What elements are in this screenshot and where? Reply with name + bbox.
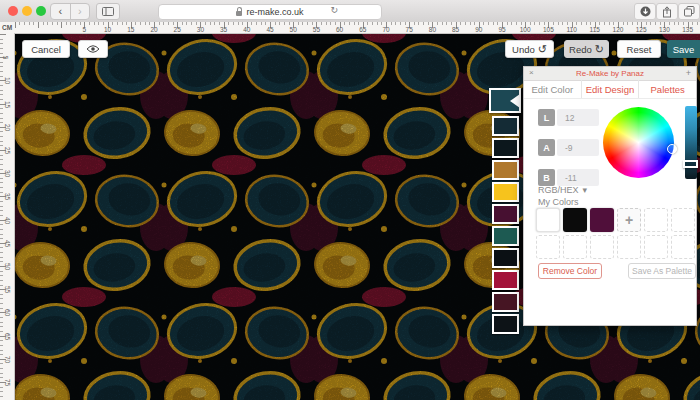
tab-edit-design[interactable]: Edit Design bbox=[582, 80, 640, 98]
ruler-tick bbox=[354, 22, 355, 25]
ruler-tick bbox=[307, 22, 308, 25]
ruler-tick bbox=[0, 71, 3, 72]
ruler-tick bbox=[261, 22, 262, 25]
panel-header[interactable]: × Re-Make by Panaz + bbox=[524, 67, 696, 81]
my-color-swatch[interactable] bbox=[563, 208, 587, 232]
ruler-tick bbox=[0, 396, 3, 397]
tab-overview-button[interactable] bbox=[678, 3, 700, 20]
empty-color-slot[interactable] bbox=[563, 235, 587, 259]
lab-a-chip: A bbox=[538, 139, 555, 156]
pattern-swatch[interactable] bbox=[492, 160, 519, 180]
ruler-tick bbox=[52, 22, 53, 25]
ruler-tick bbox=[0, 322, 3, 323]
ruler-tick bbox=[0, 294, 3, 295]
ruler-tick bbox=[586, 22, 587, 25]
traffic-light-minimize-icon[interactable] bbox=[22, 6, 32, 16]
pattern-swatch[interactable] bbox=[492, 116, 519, 136]
ruler-tick bbox=[94, 22, 95, 25]
reload-button[interactable]: ↻ bbox=[330, 6, 338, 15]
save-as-palette-button[interactable]: Save As Palette bbox=[628, 263, 696, 279]
ruler-tick bbox=[29, 22, 30, 25]
empty-color-slot[interactable] bbox=[536, 235, 560, 259]
ruler-tick bbox=[0, 34, 6, 35]
pattern-swatch[interactable] bbox=[492, 270, 519, 290]
remove-color-button[interactable]: Remove Color bbox=[538, 263, 602, 279]
ruler-label: 125 bbox=[636, 26, 647, 33]
padlock-icon bbox=[236, 11, 242, 16]
ruler-label: 110 bbox=[566, 26, 576, 33]
empty-color-slot[interactable] bbox=[671, 208, 695, 232]
traffic-light-close-icon[interactable] bbox=[8, 6, 18, 16]
lab-l-row: L 12 bbox=[538, 109, 599, 126]
my-color-swatch[interactable] bbox=[590, 208, 614, 232]
ruler-tick bbox=[372, 22, 373, 25]
ruler-tick bbox=[298, 22, 299, 25]
ruler-label: 25 bbox=[174, 26, 181, 33]
pattern-swatch[interactable] bbox=[492, 138, 519, 158]
empty-color-slot[interactable] bbox=[671, 235, 695, 259]
ruler-tick bbox=[627, 22, 628, 25]
empty-color-slot[interactable] bbox=[590, 235, 614, 259]
panel-close-icon[interactable]: × bbox=[529, 68, 534, 77]
tab-edit-color[interactable]: Edit Color bbox=[524, 80, 582, 98]
swatch-color bbox=[494, 140, 517, 156]
ruler-tick bbox=[446, 22, 447, 25]
pattern-swatch[interactable] bbox=[492, 204, 519, 224]
panel-add-icon[interactable]: + bbox=[686, 68, 691, 78]
my-color-swatch[interactable] bbox=[536, 208, 560, 232]
ruler-tick bbox=[623, 22, 624, 25]
ruler-label: 45 bbox=[4, 240, 11, 247]
lab-a-input[interactable]: -9 bbox=[557, 139, 599, 156]
back-button[interactable]: ‹ bbox=[51, 4, 71, 19]
pattern-swatch[interactable] bbox=[492, 248, 519, 268]
ruler-label: 10 bbox=[104, 26, 111, 33]
pattern-swatch[interactable] bbox=[492, 314, 519, 334]
brightness-slider-handle[interactable] bbox=[683, 160, 698, 168]
ruler-label: 55 bbox=[4, 286, 11, 293]
ruler-tick bbox=[0, 271, 3, 272]
traffic-light-zoom-icon[interactable] bbox=[36, 6, 46, 16]
ruler-label: 5 bbox=[83, 26, 87, 33]
ruler-label: 40 bbox=[243, 26, 250, 33]
empty-color-slot[interactable] bbox=[644, 208, 668, 232]
pattern-swatch[interactable] bbox=[492, 226, 519, 246]
share-button[interactable] bbox=[656, 3, 678, 20]
preview-eye-button[interactable] bbox=[78, 40, 108, 58]
undo-button[interactable]: Undo ↺ bbox=[505, 40, 554, 58]
ruler-tick bbox=[0, 345, 3, 346]
ruler-tick bbox=[57, 22, 58, 25]
ruler-tick bbox=[0, 141, 3, 142]
pattern-swatch[interactable] bbox=[492, 182, 519, 202]
brightness-slider[interactable] bbox=[685, 106, 697, 179]
ruler-tick bbox=[470, 22, 471, 25]
sidebar-toggle-button[interactable] bbox=[96, 3, 120, 20]
color-wheel[interactable] bbox=[603, 107, 674, 178]
lab-b-input[interactable]: -11 bbox=[557, 169, 599, 186]
ruler-tick bbox=[0, 39, 3, 40]
ruler-tick bbox=[210, 22, 211, 25]
address-bar[interactable]: re-make.co.uk bbox=[158, 4, 382, 20]
empty-color-slot[interactable] bbox=[644, 235, 668, 259]
ruler-tick bbox=[0, 53, 3, 54]
ruler-tick bbox=[558, 22, 559, 25]
forward-button[interactable]: › bbox=[71, 4, 90, 19]
wheel-selection-marker[interactable] bbox=[667, 144, 677, 154]
empty-color-slot[interactable] bbox=[617, 235, 641, 259]
rgb-hex-dropdown[interactable]: RGB/HEX ▾ bbox=[538, 185, 587, 195]
cancel-button[interactable]: Cancel bbox=[22, 40, 70, 58]
ruler-tick bbox=[349, 22, 350, 25]
add-color-button[interactable]: + bbox=[617, 208, 641, 232]
ruler-tick bbox=[604, 22, 605, 25]
save-button[interactable]: Save bbox=[667, 40, 700, 58]
tab-palettes[interactable]: Palettes bbox=[639, 80, 696, 98]
ruler-tick bbox=[47, 22, 48, 25]
ruler-tick bbox=[326, 22, 327, 25]
redo-button[interactable]: Redo ↻ bbox=[564, 40, 609, 58]
pattern-swatch[interactable] bbox=[492, 292, 519, 312]
ruler-tick bbox=[0, 192, 3, 193]
selected-swatch[interactable] bbox=[489, 88, 521, 113]
downloads-button[interactable] bbox=[634, 3, 656, 20]
reset-button[interactable]: Reset bbox=[617, 40, 661, 58]
lab-l-input[interactable]: 12 bbox=[557, 109, 599, 126]
ruler-tick bbox=[182, 22, 183, 25]
